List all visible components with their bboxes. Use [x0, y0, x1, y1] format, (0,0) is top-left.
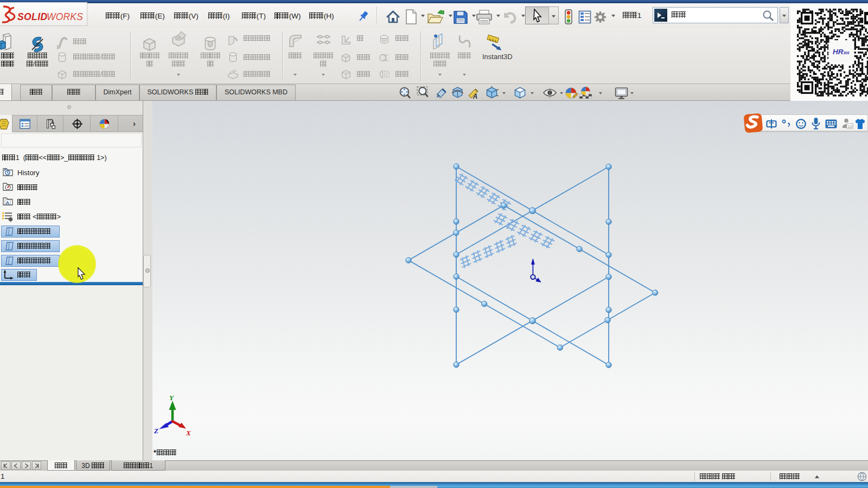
svg-text:X: X [186, 429, 191, 436]
svg-text:10: 10 [848, 124, 852, 129]
svg-text:WORKS: WORKS [47, 11, 83, 22]
svg-text:A: A [473, 93, 478, 100]
svg-text:A: A [6, 200, 10, 206]
svg-text:SOLID: SOLID [17, 11, 47, 22]
svg-text:Y: Y [169, 394, 174, 402]
svg-text:Z: Z [154, 427, 158, 435]
